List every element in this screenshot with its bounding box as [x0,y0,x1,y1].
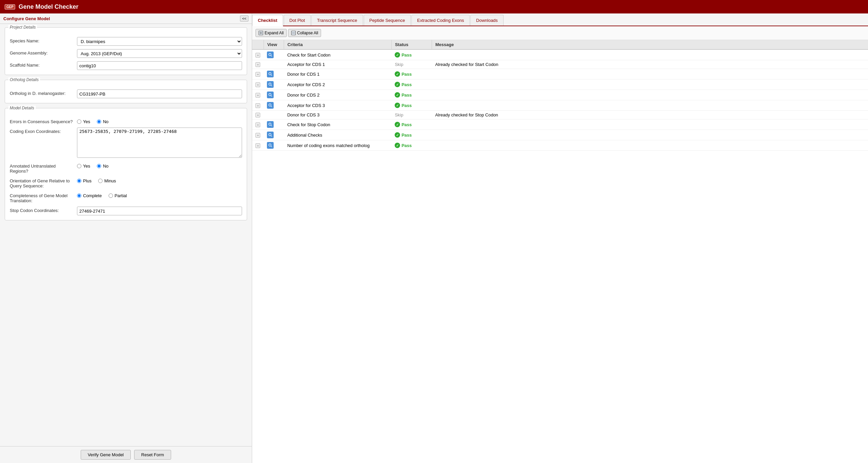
view-search-icon[interactable] [267,132,274,138]
errors-row: Errors in Consensus Sequence? Yes No [10,118,242,124]
status-cell: ✓ Pass [391,140,432,151]
svg-line-18 [271,136,272,137]
errors-control: Yes No [77,118,242,124]
stop-codon-label: Stop Codon Coordinates: [10,207,77,213]
view-search-icon[interactable] [267,71,274,77]
verify-gene-model-button[interactable]: Verify Gene Model [81,450,131,460]
col-header-message: Message [432,40,868,50]
message-cell [432,100,868,111]
annotated-no-option[interactable]: No [97,164,108,169]
expand-row-icon[interactable]: + [255,122,260,127]
table-row: + Additional Checks ✓ Pass [252,130,868,140]
errors-yes-option[interactable]: Yes [77,119,90,124]
expand-row-icon[interactable]: + [255,62,260,67]
checklist-table-wrapper: View Criteria Status Message + Check for… [252,40,868,463]
completeness-partial-option[interactable]: Partial [108,193,127,198]
orientation-plus-option[interactable]: Plus [77,178,91,183]
expand-all-icon [258,31,263,35]
configure-gene-model-title: Configure Gene Model [3,16,50,21]
completeness-label: Completeness of Gene Model Translation: [10,192,77,203]
tab-checklist[interactable]: Checklist [252,15,283,26]
annotated-no-radio[interactable] [97,164,101,168]
scaffold-label: Scaffold Name: [10,61,77,68]
view-search-icon[interactable] [267,142,274,149]
status-cell: ✓ Pass [391,69,432,79]
expand-row-icon[interactable]: + [255,133,260,138]
orientation-minus-radio[interactable] [98,179,102,183]
expand-row-icon[interactable]: + [255,72,260,77]
tab-transcript-sequence[interactable]: Transcript Sequence [311,15,363,26]
expand-row-icon[interactable]: + [255,103,260,108]
status-cell: ✓ Pass [391,50,432,60]
scaffold-input[interactable] [77,61,242,70]
app-title: Gene Model Checker [19,3,78,10]
col-header-view: View [264,40,284,50]
completeness-complete-radio[interactable] [77,194,81,198]
genome-select[interactable]: Aug. 2013 (GEP/Dot) [77,49,242,58]
table-row: +Acceptor for CDS 1SkipAlready checked f… [252,60,868,69]
svg-line-20 [271,146,272,147]
message-cell: Already checked for Start Codon [432,60,868,69]
view-search-icon[interactable] [267,102,274,109]
orientation-minus-option[interactable]: Minus [98,178,116,183]
project-details-section: Project Details Species Name: D. biarmip… [5,27,247,75]
orientation-plus-label: Plus [83,178,91,183]
expand-row-icon[interactable]: + [255,82,260,87]
svg-line-8 [271,75,272,76]
tab-peptide-sequence[interactable]: Peptide Sequence [364,15,411,26]
table-row: + Number of coding exons matched ortholo… [252,140,868,151]
completeness-complete-option[interactable]: Complete [77,193,102,198]
coding-exon-textarea[interactable]: 25673-25835, 27079-27199, 27285-27468 [77,127,242,158]
annotated-yes-option[interactable]: Yes [77,164,90,169]
completeness-partial-radio[interactable] [108,194,113,198]
tabs-bar: Checklist Dot Plot Transcript Sequence P… [252,13,868,26]
view-search-icon[interactable] [267,81,274,88]
errors-no-radio[interactable] [97,119,101,124]
species-label: Species Name: [10,37,77,44]
stop-codon-input[interactable] [77,207,242,215]
species-select[interactable]: D. biarmipes [77,37,242,46]
pass-check-icon: ✓ [395,122,400,127]
tab-extracted-coding-exons[interactable]: Extracted Coding Exons [411,15,470,26]
view-search-icon[interactable] [267,121,274,128]
orientation-plus-radio[interactable] [77,179,81,183]
tab-dot-plot[interactable]: Dot Plot [284,15,311,26]
ortholog-input[interactable] [77,89,242,98]
status-cell: ✓ Pass [391,119,432,130]
pass-check-icon: ✓ [395,103,400,108]
annotated-yes-radio[interactable] [77,164,81,168]
tab-downloads[interactable]: Downloads [470,15,503,26]
collapse-all-button[interactable]: Collapse All [288,29,321,37]
view-search-icon[interactable] [267,91,274,98]
col-header-status: Status [391,40,432,50]
message-cell: Already checked for Stop Codon [432,111,868,119]
table-row: + Acceptor for CDS 2 ✓ Pass [252,79,868,90]
view-search-icon[interactable] [267,52,274,58]
ortholog-label: Ortholog in D. melanogaster: [10,89,77,96]
completeness-control: Complete Partial [77,192,242,198]
criteria-cell: Acceptor for CDS 3 [284,100,391,111]
coding-exon-label: Coding Exon Coordinates: [10,127,77,134]
status-pass-badge: ✓ Pass [395,103,428,108]
table-row: + Acceptor for CDS 3 ✓ Pass [252,100,868,111]
stop-codon-control [77,207,242,215]
message-cell [432,50,868,60]
errors-no-option[interactable]: No [97,119,108,124]
expand-row-icon[interactable]: + [255,53,260,58]
species-row: Species Name: D. biarmipes [10,37,242,46]
expand-row-icon[interactable]: + [255,93,260,97]
pass-check-icon: ✓ [395,52,400,58]
criteria-cell: Acceptor for CDS 2 [284,79,391,90]
collapse-panel-button[interactable]: << [240,16,248,22]
svg-line-14 [271,106,272,107]
reset-form-button[interactable]: Reset Form [134,450,171,460]
left-panel: Configure Gene Model << Project Details … [0,13,252,463]
expand-row-icon[interactable]: + [255,143,260,148]
message-cell [432,130,868,140]
annotated-control: Yes No [77,162,242,169]
scaffold-control [77,61,242,70]
expand-row-icon[interactable]: + [255,113,260,117]
expand-all-button[interactable]: Expand All [255,29,287,37]
errors-yes-radio[interactable] [77,119,81,124]
model-details-section: Model Details Errors in Consensus Sequen… [5,108,247,221]
